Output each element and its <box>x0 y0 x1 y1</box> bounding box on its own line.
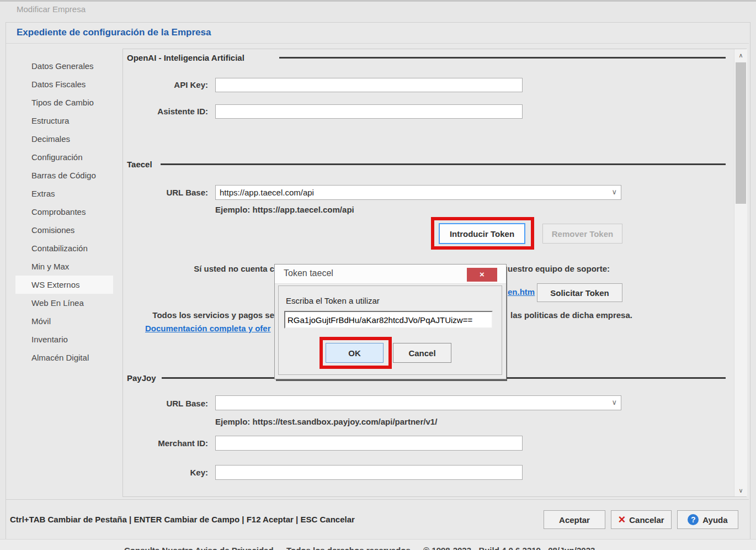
solicitar-token-link-fragment[interactable]: en.htm <box>508 287 535 297</box>
services-text-left: Todos los servicios y pagos se <box>127 310 274 320</box>
header-divider <box>6 43 749 44</box>
token-dialog-title: Token taecel <box>284 268 333 278</box>
taecel-ejemplo-text: Ejemplo: https://app.taecel.com/api <box>215 205 354 214</box>
sidebar-item-decimales[interactable]: Decimales <box>15 130 113 148</box>
solicitar-token-button[interactable]: Solicitar Token <box>537 283 622 302</box>
cancel-button[interactable]: Cancel <box>393 343 451 363</box>
sidebar-item-comprobantes[interactable]: Comprobantes <box>15 203 113 221</box>
payjoy-url-base-label: URL Base: <box>127 399 208 408</box>
section-title-payjoy: PayJoy <box>127 373 156 383</box>
support-text-right: uestro equipo de soporte: <box>508 264 610 273</box>
services-text-right: las politicas de dicha empresa. <box>510 310 632 320</box>
section-rule-taecel <box>161 163 726 165</box>
taecel-url-base-value: https://app.taecel.com/api <box>220 188 314 197</box>
sidebar-item-m-vil[interactable]: Móvil <box>15 312 113 330</box>
solicitar-token-label: Solicitar Token <box>550 288 609 298</box>
window-top-border <box>0 0 756 2</box>
sidebar-item-datos-fiscales[interactable]: Datos Fiscales <box>15 75 113 93</box>
payjoy-ejemplo-text: Ejemplo: https://test.sandbox.payjoy.com… <box>215 417 437 426</box>
payjoy-key-label: Key: <box>127 468 208 477</box>
section-title-taecel: Taecel <box>127 160 152 169</box>
scroll-up-icon[interactable]: ∧ <box>734 49 747 61</box>
keyboard-shortcuts-text: Ctrl+TAB Cambiar de Pestaña | ENTER Camb… <box>10 515 355 524</box>
cancel-label: Cancel <box>408 348 435 358</box>
payjoy-key-input[interactable] <box>215 465 523 480</box>
sidebar-item-inventario[interactable]: Inventario <box>15 330 113 348</box>
ayuda-label: Ayuda <box>702 515 727 525</box>
cancelar-label: Cancelar <box>629 515 664 525</box>
sidebar-item-extras[interactable]: Extras <box>15 184 113 203</box>
sidebar-item-contabilizaci-n[interactable]: Contabilización <box>15 239 113 257</box>
support-text-left: Sí usted no cuenta c <box>127 264 274 273</box>
modificar-empresa-window: Modificar Empresa Expediente de configur… <box>0 0 756 550</box>
sidebar-item-min-y-max[interactable]: Min y Max <box>15 257 113 276</box>
sidebar-item-datos-generales[interactable]: Datos Generales <box>15 57 113 75</box>
token-prompt-label: Escriba el Token a utilizar <box>286 296 380 305</box>
vertical-scrollbar[interactable]: ∧ ∨ <box>734 49 747 496</box>
chevron-down-icon[interactable]: ∨ <box>611 398 617 406</box>
api-key-label: API Key: <box>127 80 208 89</box>
sidebar-item-tipos-de-cambio[interactable]: Tipos de Cambio <box>15 93 113 112</box>
os-window-title: Modificar Empresa <box>17 4 86 14</box>
ok-button[interactable]: OK <box>326 343 384 363</box>
scrollbar-thumb[interactable] <box>736 62 746 204</box>
merchant-id-label: Merchant ID: <box>127 438 208 448</box>
taecel-url-base-label: URL Base: <box>127 188 208 197</box>
sidebar-item-barras-de-c-digo[interactable]: Barras de Código <box>15 166 113 184</box>
sidebar-item-estructura[interactable]: Estructura <box>15 112 113 130</box>
help-icon: ? <box>688 514 699 525</box>
cancelar-button[interactable]: × Cancelar <box>611 510 672 529</box>
merchant-id-input[interactable] <box>215 436 523 451</box>
footer-clipped-text: Consulte Nuestro Aviso de Privacidad — T… <box>124 546 698 550</box>
chevron-down-icon[interactable]: ∨ <box>611 188 617 196</box>
section-rule-openai <box>279 57 726 59</box>
asistente-id-label: Asistente ID: <box>127 107 208 116</box>
token-taecel-dialog: Token taecel × Escriba el Token a utiliz… <box>274 264 507 379</box>
remover-token-button[interactable]: Remover Token <box>542 224 622 244</box>
scroll-down-icon[interactable]: ∨ <box>734 484 747 496</box>
aceptar-label: Aceptar <box>559 515 590 525</box>
token-input[interactable] <box>284 311 493 329</box>
introducir-token-button[interactable]: Introducir Token <box>439 223 525 244</box>
documentacion-link[interactable]: Documentación completa y ofer <box>145 324 271 333</box>
payjoy-url-base-combo[interactable]: ∨ <box>215 395 621 410</box>
page-title: Expediente de configuración de la Empres… <box>17 27 211 38</box>
ayuda-button[interactable]: ? Ayuda <box>677 510 738 529</box>
bottom-bar-divider <box>6 499 749 500</box>
sidebar-item-ws-externos[interactable]: WS Externos <box>15 276 113 294</box>
sidebar-item-almac-n-digital[interactable]: Almacén Digital <box>15 348 113 367</box>
sidebar-item-configuraci-n[interactable]: Configuración <box>15 148 113 166</box>
sidebar-item-web-en-l-nea[interactable]: Web En Línea <box>15 294 113 312</box>
section-title-openai: OpenAI - Inteligencia Artificial <box>127 53 244 62</box>
remover-token-label: Remover Token <box>552 229 613 239</box>
sidebar: Datos GeneralesDatos FiscalesTipos de Ca… <box>15 57 113 367</box>
sidebar-item-comisiones[interactable]: Comisiones <box>15 221 113 239</box>
taecel-url-base-combo[interactable]: https://app.taecel.com/api ∨ <box>215 185 621 200</box>
aceptar-button[interactable]: Aceptar <box>544 510 605 529</box>
api-key-input[interactable] <box>215 78 523 92</box>
close-icon[interactable]: × <box>467 268 497 282</box>
ok-label: OK <box>348 348 361 358</box>
asistente-id-input[interactable] <box>215 104 523 119</box>
cancel-x-icon: × <box>618 515 625 525</box>
introducir-token-label: Introducir Token <box>450 229 514 239</box>
